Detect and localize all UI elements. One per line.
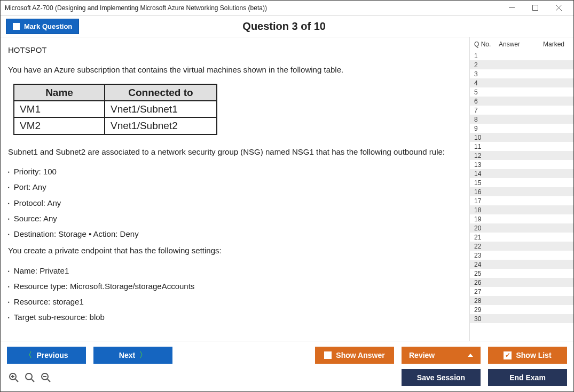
question-list-row[interactable]: 25 <box>470 269 573 278</box>
chevron-left-icon: 〈 <box>25 350 32 360</box>
end-exam-label: End Exam <box>509 373 546 382</box>
question-number: 21 <box>474 234 499 241</box>
svg-line-9 <box>32 379 34 382</box>
question-number: 1 <box>474 52 499 60</box>
zoom-in-icon[interactable] <box>8 372 20 383</box>
question-list-row[interactable]: 18 <box>470 205 573 214</box>
pe-bullet: Resource type: Microsoft.Storage/storage… <box>8 280 462 292</box>
previous-button[interactable]: 〈 Previous <box>7 347 86 364</box>
question-list-row[interactable]: 30 <box>470 314 573 323</box>
question-list-row[interactable]: 24 <box>470 260 573 269</box>
question-number: 15 <box>474 179 499 187</box>
vm-table-header-connected: Connected to <box>105 84 217 101</box>
question-list-header: Q No. Answer Marked <box>470 37 573 51</box>
question-list-row[interactable]: 27 <box>470 287 573 296</box>
checkbox-icon <box>13 23 20 30</box>
titlebar: Microsoft AZ-700 (Designing and Implemen… <box>1 1 573 15</box>
question-list-row[interactable]: 10 <box>470 133 573 142</box>
chevron-right-icon: 〉 <box>139 350 147 360</box>
question-list-row[interactable]: 19 <box>470 214 573 223</box>
question-list-row[interactable]: 9 <box>470 124 573 133</box>
question-list-row[interactable]: 23 <box>470 251 573 260</box>
window-title: Microsoft AZ-700 (Designing and Implemen… <box>4 3 268 13</box>
question-number: 2 <box>474 61 499 69</box>
next-label: Next <box>119 351 135 359</box>
question-number: 12 <box>474 152 499 159</box>
col-marked: Marked <box>537 41 570 48</box>
question-list-row[interactable]: 26 <box>470 278 573 287</box>
question-list-row[interactable]: 29 <box>470 305 573 314</box>
nsg-bullet: Priority: 100 <box>8 165 462 178</box>
question-list-row[interactable]: 4 <box>470 78 573 87</box>
question-list-row[interactable]: 16 <box>470 187 573 196</box>
question-list-row[interactable]: 1 <box>470 51 573 60</box>
question-number: 16 <box>474 188 499 196</box>
table-row: VM2 Vnet1/Subnet2 <box>14 117 217 134</box>
mark-question-button[interactable]: Mark Question <box>6 19 79 34</box>
svg-line-5 <box>15 379 18 382</box>
question-list-row[interactable]: 6 <box>470 97 573 106</box>
pe-bullet: Target sub-resource: blob <box>8 311 462 323</box>
question-list-row[interactable]: 12 <box>470 151 573 160</box>
show-list-label: Show List <box>516 351 551 359</box>
vm-connected-cell: Vnet1/Subnet2 <box>105 117 217 134</box>
footer: 〈 Previous Next 〉 Show Answer Review ✓ S… <box>1 341 573 391</box>
show-list-button[interactable]: ✓ Show List <box>488 347 567 364</box>
svg-point-8 <box>26 373 32 380</box>
question-list-row[interactable]: 14 <box>470 169 573 178</box>
question-number: 18 <box>474 206 499 214</box>
zoom-out-icon[interactable] <box>40 372 52 383</box>
review-label: Review <box>409 351 435 359</box>
question-list-row[interactable]: 22 <box>470 242 573 251</box>
question-number: 20 <box>474 225 499 232</box>
question-number: 3 <box>474 70 499 78</box>
question-list-row[interactable]: 2 <box>470 60 573 69</box>
question-list-row[interactable]: 11 <box>470 142 573 151</box>
question-list-row[interactable]: 5 <box>470 87 573 97</box>
question-content[interactable]: HOTSPOT You have an Azure subscription t… <box>1 37 469 341</box>
table-row: VM1 Vnet1/Subnet1 <box>14 101 217 117</box>
show-answer-label: Show Answer <box>336 351 384 359</box>
header-row: Mark Question Question 3 of 10 <box>1 15 573 37</box>
question-list-row[interactable]: 28 <box>470 296 573 305</box>
question-number: 29 <box>474 306 499 314</box>
question-list-row[interactable]: 13 <box>470 160 573 169</box>
window-controls <box>500 1 570 15</box>
nsg-bullet: Source: Any <box>8 212 462 225</box>
question-number: 6 <box>474 98 499 105</box>
vm-connected-cell: Vnet1/Subnet1 <box>105 101 217 117</box>
question-list-row[interactable]: 7 <box>470 106 573 115</box>
mark-question-label: Mark Question <box>24 22 72 30</box>
end-exam-button[interactable]: End Exam <box>488 369 567 386</box>
minimize-button[interactable] <box>500 1 523 15</box>
question-counter: Question 3 of 10 <box>79 20 489 33</box>
question-tag: HOTSPOT <box>8 44 462 56</box>
question-number: 22 <box>474 243 499 250</box>
nsg-bullet: Port: Any <box>8 181 462 193</box>
question-number: 24 <box>474 261 499 268</box>
save-session-label: Save Session <box>417 373 465 382</box>
question-list[interactable]: 1234567891011121314151617181920212223242… <box>470 51 573 341</box>
check-icon: ✓ <box>504 351 512 359</box>
question-number: 25 <box>474 270 499 277</box>
question-number: 27 <box>474 288 499 295</box>
question-number: 4 <box>474 79 499 87</box>
question-list-row[interactable]: 17 <box>470 196 573 205</box>
question-list-row[interactable]: 3 <box>470 69 573 78</box>
triangle-up-icon <box>468 354 473 357</box>
previous-label: Previous <box>36 351 68 359</box>
pe-bullet: Name: Private1 <box>8 265 462 277</box>
save-session-button[interactable]: Save Session <box>402 369 481 386</box>
question-list-row[interactable]: 8 <box>470 115 573 124</box>
show-answer-button[interactable]: Show Answer <box>315 347 394 364</box>
body: HOTSPOT You have an Azure subscription t… <box>1 37 573 341</box>
close-button[interactable] <box>547 1 570 15</box>
col-answer: Answer <box>499 41 537 48</box>
review-button[interactable]: Review <box>402 347 481 364</box>
question-list-row[interactable]: 15 <box>470 178 573 187</box>
zoom-reset-icon[interactable] <box>24 372 36 383</box>
maximize-button[interactable] <box>523 1 547 15</box>
next-button[interactable]: Next 〉 <box>93 347 172 364</box>
question-list-row[interactable]: 21 <box>470 233 573 242</box>
question-list-row[interactable]: 20 <box>470 223 573 233</box>
